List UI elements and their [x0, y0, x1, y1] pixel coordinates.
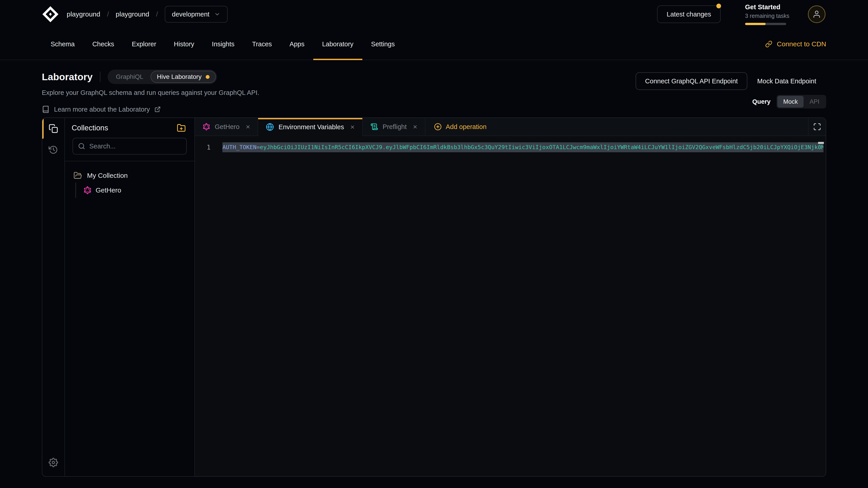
- editor-mode-toggle: GraphiQL Hive Laboratory: [107, 70, 217, 84]
- external-link-icon: [154, 106, 161, 112]
- nav-tab-schema[interactable]: Schema: [42, 29, 84, 60]
- tab-environment-variables[interactable]: Environment Variables ×: [258, 118, 363, 136]
- close-tab-icon[interactable]: ×: [246, 123, 250, 130]
- collections-search[interactable]: [72, 138, 187, 155]
- add-collection-button[interactable]: [177, 123, 186, 132]
- operation-name: GetHero: [96, 186, 121, 194]
- breadcrumb-separator: /: [156, 10, 158, 18]
- connect-to-cdn-link[interactable]: Connect to CDN: [765, 29, 826, 60]
- rail-active-indicator: [42, 118, 43, 139]
- target-selector-value: development: [172, 11, 210, 18]
- query-option-api[interactable]: API: [804, 96, 825, 107]
- add-operation-button[interactable]: Add operation: [426, 118, 495, 135]
- settings-rail-button[interactable]: [42, 452, 64, 473]
- title-divider: [100, 72, 100, 82]
- get-started-widget[interactable]: Get Started 3 remaining tasks: [745, 3, 786, 25]
- folder-plus-icon: [177, 123, 186, 132]
- tab-bar-spacer: [495, 118, 808, 135]
- environment-variables-editor[interactable]: 1 AUTH_TOKEN=eyJhbGciOiJIUzI1NiIsInR5cCI…: [195, 136, 826, 476]
- query-toggle-label: Query: [752, 98, 771, 105]
- get-started-subtitle: 3 remaining tasks: [745, 13, 786, 19]
- nav-tab-settings[interactable]: Settings: [362, 29, 404, 60]
- graphql-icon: [84, 186, 92, 194]
- globe-icon: [266, 123, 274, 131]
- nav-tab-apps[interactable]: Apps: [281, 29, 313, 60]
- breadcrumb-separator: /: [107, 10, 109, 18]
- latest-changes-label: Latest changes: [666, 11, 711, 18]
- history-icon: [49, 145, 58, 155]
- chevron-down-icon: [214, 11, 220, 18]
- mode-option-graphiql[interactable]: GraphiQL: [109, 71, 151, 83]
- collections-tree: My Collection: [65, 161, 194, 198]
- page-header: Laboratory GraphiQL Hive Laboratory Expl…: [42, 70, 259, 113]
- query-target-toggle: Mock API: [776, 95, 826, 108]
- plus-circle-icon: [434, 123, 442, 131]
- side-icon-rail: [42, 118, 65, 476]
- link-icon: [765, 40, 772, 48]
- line-number: 1: [195, 143, 222, 151]
- nav-tab-history[interactable]: History: [165, 29, 203, 60]
- collections-icon: [49, 124, 58, 133]
- close-tab-icon[interactable]: ×: [350, 123, 355, 131]
- preflight-script-icon: [370, 123, 378, 131]
- get-started-title: Get Started: [745, 3, 786, 11]
- learn-more-link[interactable]: Learn more about the Laboratory: [42, 105, 259, 113]
- fullscreen-button[interactable]: [808, 118, 826, 135]
- tab-gethero[interactable]: GetHero ×: [195, 118, 258, 135]
- breadcrumb-project[interactable]: playground: [116, 10, 149, 18]
- hive-logo-icon[interactable]: [42, 6, 59, 23]
- breadcrumb: playground / playground / development: [67, 6, 228, 23]
- user-icon: [812, 10, 821, 19]
- laboratory-panel: Collections: [42, 118, 826, 477]
- avatar[interactable]: [808, 5, 826, 23]
- editor-scrollbar-thumb[interactable]: [818, 142, 824, 144]
- connect-graphql-api-endpoint-button[interactable]: Connect GraphQL API Endpoint: [636, 72, 747, 90]
- editor-tab-bar: GetHero × Environment Variables ×: [195, 118, 826, 136]
- collections-title: Collections: [72, 124, 108, 132]
- nav-tab-traces[interactable]: Traces: [243, 29, 281, 60]
- get-started-progress-track: [745, 23, 786, 25]
- collections-sidebar: Collections: [65, 118, 195, 476]
- book-icon: [42, 105, 50, 113]
- top-bar: playground / playground / development La…: [42, 0, 826, 29]
- nav-tab-laboratory[interactable]: Laboratory: [313, 29, 362, 60]
- graphql-icon: [203, 123, 210, 131]
- page-subtitle: Explore your GraphQL schema and run quer…: [42, 89, 259, 96]
- maximize-icon: [813, 123, 821, 131]
- gear-icon: [49, 458, 58, 467]
- notification-dot: [716, 4, 721, 8]
- page-header-actions: Connect GraphQL API Endpoint Mock Data E…: [636, 72, 826, 108]
- nav-tab-insights[interactable]: Insights: [203, 29, 243, 60]
- top-bar-right: Latest changes Get Started 3 remaining t…: [657, 3, 826, 25]
- query-option-mock[interactable]: Mock: [777, 96, 804, 107]
- main-nav: Schema Checks Explorer History Insights …: [0, 29, 868, 60]
- page-title: Laboratory: [42, 71, 93, 83]
- nav-tab-explorer[interactable]: Explorer: [123, 29, 165, 60]
- tab-preflight[interactable]: Preflight ×: [363, 118, 426, 135]
- folder-open-icon: [73, 171, 82, 180]
- nav-tab-checks[interactable]: Checks: [84, 29, 123, 60]
- active-tab-indicator: [313, 59, 362, 60]
- code-line-1: 1 AUTH_TOKEN=eyJhbGciOiJIUzI1NiIsInR5cCI…: [195, 142, 826, 152]
- close-tab-icon[interactable]: ×: [413, 123, 417, 130]
- history-rail-button[interactable]: [42, 139, 64, 160]
- hive-laboratory-page: playground / playground / development La…: [0, 0, 868, 488]
- editor-area: GetHero × Environment Variables ×: [195, 118, 826, 476]
- mock-data-endpoint-button[interactable]: Mock Data Endpoint: [747, 72, 826, 90]
- selected-code-text[interactable]: AUTH_TOKEN=eyJhbGciOiJIUzI1NiIsInR5cCI6I…: [222, 142, 824, 152]
- breadcrumb-org[interactable]: playground: [67, 10, 100, 18]
- search-icon: [78, 142, 85, 150]
- collection-folder-row[interactable]: My Collection: [65, 168, 194, 183]
- latest-changes-button[interactable]: Latest changes: [657, 5, 721, 23]
- hive-mode-dot: [206, 75, 210, 79]
- collection-name: My Collection: [87, 172, 128, 180]
- mode-option-hive-laboratory[interactable]: Hive Laboratory: [151, 71, 216, 83]
- target-selector-dropdown[interactable]: development: [165, 6, 228, 23]
- operation-row-gethero[interactable]: GetHero: [76, 183, 194, 198]
- collections-rail-button[interactable]: [42, 118, 64, 139]
- search-input[interactable]: [89, 142, 181, 150]
- get-started-progress-fill: [745, 23, 766, 25]
